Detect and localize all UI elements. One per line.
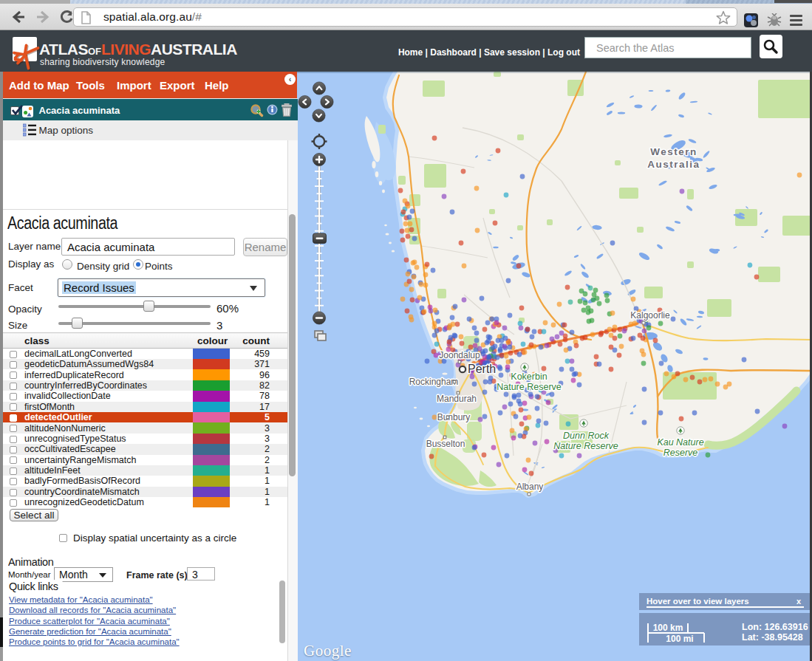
svg-text:Kokerbin: Kokerbin (511, 371, 547, 382)
svg-text:Perth: Perth (468, 363, 496, 375)
svg-text:Albany: Albany (516, 482, 544, 492)
svg-text:Reserve: Reserve (663, 448, 698, 458)
svg-text:Nature Reserve: Nature Reserve (497, 382, 562, 392)
svg-text:Busselton: Busselton (426, 439, 465, 449)
svg-text:Lat: -38.95428: Lat: -38.95428 (742, 632, 803, 643)
svg-text:Joondalup: Joondalup (439, 350, 480, 360)
svg-text:Bunbury: Bunbury (437, 412, 471, 422)
svg-text:Western: Western (650, 146, 697, 157)
svg-text:Rockingham: Rockingham (409, 377, 459, 387)
svg-text:Kau Nature: Kau Nature (657, 437, 703, 448)
svg-text:Lon: 126.63916: Lon: 126.63916 (742, 622, 808, 632)
svg-text:Dunn Rock: Dunn Rock (563, 431, 610, 441)
svg-text:Nature Reserve: Nature Reserve (553, 441, 618, 451)
svg-text:Mandurah: Mandurah (437, 394, 477, 404)
svg-text:Australia: Australia (647, 159, 700, 170)
svg-text:100 mi: 100 mi (666, 634, 693, 644)
svg-text:Kalgoorlie: Kalgoorlie (630, 310, 670, 321)
svg-text:100 km: 100 km (653, 623, 683, 633)
